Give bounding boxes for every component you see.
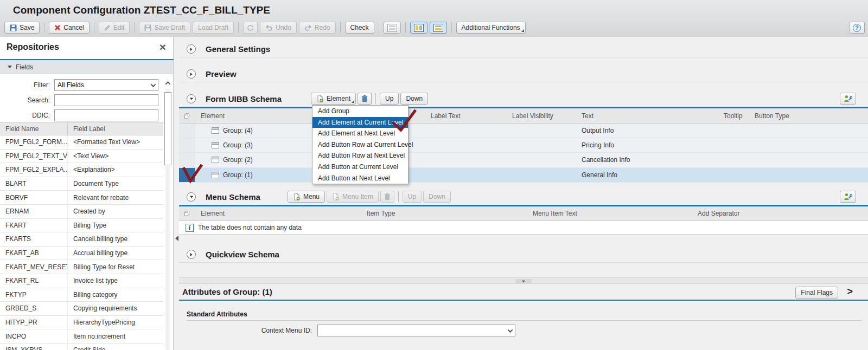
column-header[interactable]: Item Type — [361, 206, 527, 221]
copy-rows-icon[interactable] — [179, 206, 195, 221]
row-selector-cell[interactable] — [179, 153, 195, 167]
column-header-field-label[interactable]: Field Label — [68, 122, 163, 135]
schema-row[interactable]: Group: (2)Cancellation Info — [179, 153, 868, 167]
final-flags-button[interactable]: Final Flags — [795, 287, 838, 299]
field-row[interactable]: FPM_FGL2_EXPLA...<Explanation> — [0, 163, 163, 177]
field-row[interactable]: FPM_FGL2_FORM...<Formatted Text View> — [0, 135, 163, 150]
save-button[interactable]: Save — [4, 22, 40, 34]
menu-item[interactable]: Add Button at Current Level — [312, 161, 408, 173]
field-row[interactable]: FKARTSCancell.billing type — [0, 232, 163, 247]
close-icon[interactable]: × — [157, 41, 169, 53]
fields-scrollbar[interactable] — [164, 78, 172, 350]
delete-element-button[interactable] — [358, 93, 372, 105]
personalize-button[interactable] — [840, 93, 856, 105]
row-selector-cell[interactable] — [179, 168, 195, 182]
additional-functions-button[interactable]: Additional Functions — [456, 22, 526, 34]
add-menu-button[interactable]: Menu — [288, 191, 325, 203]
expand-icon[interactable] — [187, 69, 196, 79]
menu-item[interactable]: Add Button at Next Level — [312, 173, 408, 184]
column-header[interactable]: Menu Item Text — [527, 206, 692, 221]
collapse-icon[interactable] — [187, 94, 196, 103]
menu-item[interactable]: Add Button Row at Next Level — [312, 150, 408, 161]
field-row[interactable]: BLARTDocument Type — [0, 177, 163, 191]
horizontal-splitter[interactable] — [179, 277, 868, 284]
column-header[interactable]: Label Text — [425, 108, 507, 123]
menu-item[interactable]: Add Element at Current Level — [312, 117, 408, 128]
scroll-up-icon[interactable] — [164, 78, 172, 88]
column-header[interactable]: Add Separator — [692, 206, 868, 221]
save-draft-button[interactable]: Save Draft — [139, 22, 190, 34]
move-up-button[interactable]: Up — [403, 191, 422, 203]
row-selector-cell[interactable] — [179, 138, 195, 152]
cancel-button[interactable]: Cancel — [49, 22, 89, 34]
context-menu-id-select[interactable] — [317, 325, 515, 336]
delete-menu-button[interactable] — [380, 191, 394, 203]
field-row[interactable]: FKART_RLInvoice list type — [0, 274, 163, 288]
move-down-button[interactable]: Down — [423, 191, 451, 203]
layout-horizontal-split-button[interactable] — [430, 22, 447, 34]
field-row[interactable]: HITYP_PRHierarchyTypePricing — [0, 316, 163, 330]
section-preview[interactable]: Preview — [179, 66, 868, 82]
add-menu-item-button[interactable]: Menu Item — [327, 191, 379, 203]
field-name-cell: FKTYP — [0, 288, 68, 302]
scrollbar-thumb[interactable] — [164, 92, 171, 165]
schema-row[interactable]: Group: (3)Pricing Info — [179, 138, 868, 153]
row-selector-cell[interactable] — [179, 124, 195, 138]
column-header[interactable]: Element — [195, 206, 361, 221]
field-row[interactable]: INCPOItem no.increment — [0, 329, 163, 343]
schema-row[interactable]: Group: (1)General Info — [179, 168, 868, 183]
splitter-collapse-icon[interactable] — [515, 279, 532, 283]
panel-splitter[interactable] — [174, 37, 179, 350]
redo-button[interactable]: Redo — [299, 22, 336, 34]
field-row[interactable]: GRBED_SCopying requirements — [0, 302, 163, 316]
menu-item[interactable]: Add Group — [312, 106, 408, 117]
move-down-button[interactable]: Down — [400, 93, 428, 105]
chevron-right-icon[interactable]: > — [847, 286, 853, 297]
move-up-button[interactable]: Up — [380, 93, 399, 105]
menu-item[interactable]: Add Element at Next Level — [312, 128, 408, 139]
field-row[interactable]: FKART_MEV_RESETBilling Type for Reset — [0, 260, 163, 274]
add-document-icon — [316, 95, 324, 102]
column-header[interactable]: Tooltip — [718, 108, 749, 123]
search-input[interactable] — [54, 94, 158, 106]
copy-rows-icon[interactable] — [179, 108, 195, 123]
personalize-button[interactable] — [840, 191, 856, 203]
help-button[interactable]: ? — [849, 22, 865, 34]
menu-item[interactable]: Add Button Row at Current Level — [312, 139, 408, 151]
expand-icon[interactable] — [187, 44, 196, 54]
collapse-icon[interactable] — [187, 192, 196, 202]
layout-single-button[interactable] — [384, 22, 401, 34]
ddic-input[interactable] — [54, 109, 158, 121]
field-row[interactable]: FKTYPBilling category — [0, 288, 163, 302]
field-row[interactable]: FKARTBilling Type — [0, 219, 163, 233]
field-row[interactable]: ISM_XKRVSCredit Side — [0, 343, 163, 350]
section-menu-schema[interactable]: Menu Schema Menu Menu Item Up Down — [179, 189, 868, 205]
field-label-cell: Billing Type — [68, 219, 163, 232]
add-element-button[interactable]: Element — [311, 93, 356, 105]
column-header[interactable]: Text — [576, 108, 718, 123]
group-icon — [212, 157, 219, 163]
schema-row[interactable]: Group: (4)Output Info — [179, 124, 868, 138]
field-row[interactable]: BORVFRelevant for rebate — [0, 191, 163, 205]
edit-button[interactable]: Edit — [99, 22, 130, 34]
undo-button[interactable]: Undo — [260, 22, 297, 34]
layout-vertical-split-button[interactable] — [410, 22, 427, 34]
add-document-icon — [293, 193, 301, 200]
section-general-settings[interactable]: General Settings — [179, 41, 868, 57]
fields-section-header[interactable]: Fields — [0, 60, 173, 74]
field-row[interactable]: FPM_FGL2_TEXT_V...<Text View> — [0, 150, 163, 164]
column-header[interactable]: Button Type — [749, 108, 868, 123]
check-button[interactable]: Check — [345, 22, 374, 34]
section-form-uibb-schema[interactable]: Form UIBB Schema Element Up Down — [179, 90, 868, 107]
column-header-field-name[interactable]: Field Name — [0, 122, 68, 135]
field-row[interactable]: FKART_ABAccrual billing type — [0, 247, 163, 261]
section-quickview-schema[interactable]: Quickview Schema — [179, 247, 868, 263]
refresh-button[interactable] — [243, 22, 258, 34]
field-name-cell: BORVF — [0, 191, 68, 204]
filter-select[interactable]: All Fields — [54, 79, 158, 91]
load-draft-button[interactable]: Load Draft — [193, 22, 234, 34]
field-row[interactable]: ERNAMCreated by — [0, 205, 163, 219]
collapse-panel-icon[interactable] — [174, 233, 179, 244]
expand-icon[interactable] — [187, 250, 196, 259]
column-header[interactable]: Label Visibility — [507, 108, 576, 123]
